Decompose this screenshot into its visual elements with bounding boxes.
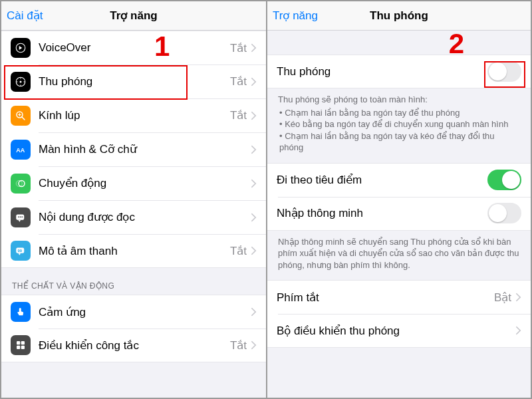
row-zoom-controller[interactable]: Bộ điều khiển thu phóng: [267, 314, 531, 348]
svg-point-4: [20, 84, 21, 86]
row-label: Màn hình & Cỡ chữ: [39, 142, 251, 156]
row-label: Đi theo tiêu điểm: [277, 173, 487, 187]
section-header-physical: THỂ CHẤT VÀ VẬN ĐỘNG: [1, 268, 266, 295]
svg-point-12: [19, 180, 25, 186]
row-label: Mô tả âm thanh: [39, 244, 230, 258]
spoken-content-icon: [11, 207, 31, 227]
row-motion[interactable]: Chuyển động: [1, 166, 266, 200]
smart-description: Nhập thông minh sẽ chuyển sang Thu phóng…: [267, 231, 531, 281]
svg-text:AA: AA: [16, 146, 25, 153]
svg-point-5: [17, 81, 18, 82]
options-group: Đi theo tiêu điểm Nhập thông minh: [267, 163, 531, 231]
touch-icon: [11, 302, 31, 322]
zoom-toggle-group: Thu phóng: [267, 55, 531, 88]
vision-group: VoiceOver Tắt Thu phóng Tắt Kính lúp Tắt…: [1, 31, 266, 268]
svg-rect-20: [17, 341, 20, 344]
more-group: Phím tắt Bật Bộ điều khiển thu phóng: [267, 280, 531, 348]
chevron-right-icon: [515, 326, 521, 335]
row-value: Tắt: [230, 74, 247, 88]
physical-group: Cảm ứng Điều khiển công tắc Tắt: [1, 295, 266, 362]
row-label: Thu phóng: [39, 75, 230, 88]
display-text-icon: AA: [11, 140, 31, 160]
panel-zoom: Trợ năng Thu phóng 2 Thu phóng Thu phóng…: [266, 1, 531, 398]
row-value: Tắt: [230, 41, 247, 55]
chevron-right-icon: [251, 340, 257, 350]
svg-point-2: [20, 80, 22, 82]
desc-item: Chạm hai lần bằng ba ngón tay để thu phó…: [279, 107, 520, 119]
row-touch[interactable]: Cảm ứng: [1, 295, 266, 329]
chevron-right-icon: [251, 43, 257, 53]
svg-rect-22: [17, 346, 20, 349]
svg-line-8: [22, 116, 25, 120]
chevron-right-icon: [251, 246, 257, 255]
row-zoom[interactable]: Thu phóng Tắt: [1, 65, 266, 98]
chevron-right-icon: [251, 111, 257, 120]
svg-point-16: [20, 216, 21, 217]
back-label: Cài đặt: [7, 9, 43, 23]
row-display-text[interactable]: AA Màn hình & Cỡ chữ: [1, 132, 266, 166]
row-label: Thu phóng: [277, 65, 487, 78]
row-value: Tắt: [230, 108, 247, 122]
row-spoken-content[interactable]: Nội dung được đọc: [1, 200, 266, 234]
row-smart-typing[interactable]: Nhập thông minh: [267, 197, 531, 231]
svg-point-15: [18, 216, 19, 217]
panel-accessibility: Cài đặt Trợ năng 1 VoiceOver Tắt Thu phó…: [1, 1, 266, 398]
svg-rect-23: [21, 346, 25, 349]
chevron-right-icon: [251, 145, 257, 154]
row-value: Tắt: [230, 244, 247, 258]
navbar: Cài đặt Trợ năng: [1, 1, 266, 31]
zoom-description: Thu phóng sẽ phóng to toàn màn hình: Chạ…: [267, 88, 531, 163]
row-label: Phím tắt: [277, 291, 494, 305]
row-audio-desc[interactable]: 99 Mô tả âm thanh Tắt: [1, 234, 266, 268]
row-label: Điều khiển công tắc: [39, 338, 230, 352]
row-shortcut[interactable]: Phím tắt Bật: [267, 280, 531, 314]
motion-icon: [11, 174, 31, 194]
svg-rect-21: [21, 341, 25, 344]
back-label: Trợ năng: [273, 9, 318, 23]
row-follow-focus[interactable]: Đi theo tiêu điểm: [267, 163, 531, 197]
magnifier-icon: [11, 106, 31, 126]
chevron-right-icon: [251, 179, 257, 188]
navbar: Trợ năng Thu phóng: [267, 1, 531, 31]
row-label: Bộ điều khiển thu phóng: [277, 324, 515, 338]
voiceover-icon: [11, 38, 31, 58]
chevron-right-icon: [515, 293, 521, 302]
row-voiceover[interactable]: VoiceOver Tắt: [1, 31, 266, 65]
chevron-right-icon: [251, 307, 257, 317]
zoom-icon: [11, 72, 31, 92]
row-label: VoiceOver: [39, 41, 230, 55]
svg-point-3: [20, 78, 21, 79]
row-value: Tắt: [230, 338, 247, 352]
row-label: Nội dung được đọc: [39, 210, 251, 224]
svg-text:99: 99: [18, 249, 23, 253]
svg-point-6: [24, 81, 25, 82]
row-label: Cảm ứng: [39, 305, 251, 319]
svg-point-17: [21, 216, 23, 217]
smart-switch[interactable]: [487, 203, 521, 223]
row-switch-control[interactable]: Điều khiển công tắc Tắt: [1, 329, 266, 362]
zoom-switch[interactable]: [487, 61, 521, 82]
row-label: Nhập thông minh: [277, 206, 487, 220]
chevron-right-icon: [251, 77, 257, 86]
back-button[interactable]: Trợ năng: [267, 9, 318, 23]
row-label: Kính lúp: [39, 109, 230, 122]
row-value: Bật: [494, 291, 511, 305]
switch-control-icon: [11, 335, 31, 355]
row-zoom-toggle[interactable]: Thu phóng: [267, 55, 531, 88]
desc-item: Chạm hai lần bằng ba ngón tay và kéo để …: [279, 130, 520, 154]
follow-switch[interactable]: [487, 170, 521, 190]
row-label: Chuyển động: [39, 176, 251, 190]
desc-title: Thu phóng sẽ phóng to toàn màn hình:: [278, 94, 520, 106]
row-magnifier[interactable]: Kính lúp Tắt: [1, 98, 266, 132]
desc-item: Kéo bằng ba ngón tay để di chuyển xung q…: [279, 118, 520, 130]
chevron-right-icon: [251, 213, 257, 222]
back-button[interactable]: Cài đặt: [1, 9, 43, 23]
audio-desc-icon: 99: [11, 241, 31, 261]
